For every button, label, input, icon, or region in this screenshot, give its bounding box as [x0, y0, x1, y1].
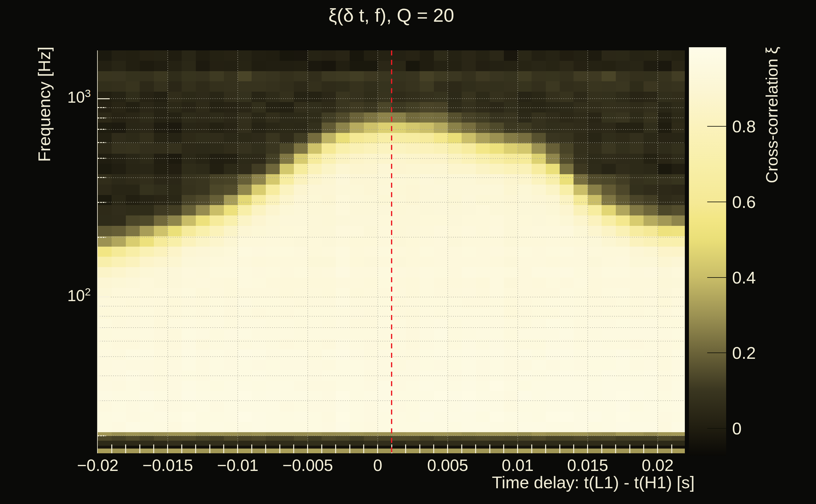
x-tick: [503, 444, 504, 453]
y-minor-tick: [98, 356, 106, 357]
x-tick-label: 0.015: [567, 456, 608, 475]
x-tick: [545, 444, 546, 453]
colorbar-tick: [707, 352, 726, 353]
chart-title: ξ(δ t, f), Q = 20: [329, 4, 454, 26]
x-tick: [210, 444, 210, 453]
y-minor-tick: [98, 177, 106, 178]
x-tick: [153, 444, 154, 453]
x-tick: [419, 444, 420, 453]
x-tick-label: 0.005: [427, 456, 468, 475]
figure: ξ(δ t, f), Q = 20 Frequency [Hz] Time de…: [0, 0, 816, 504]
y-minor-tick: [98, 202, 106, 203]
x-tick: [531, 444, 532, 453]
x-tick: [573, 444, 574, 453]
colorbar-label: Cross-correlation ξ: [762, 20, 781, 209]
x-tick: [279, 444, 280, 453]
x-tick: [195, 444, 196, 453]
colorbar: [689, 47, 726, 456]
colorbar-tick-label: 0: [732, 419, 742, 438]
x-tick: [517, 444, 518, 453]
y-minor-tick: [98, 142, 106, 143]
v-gridline: [238, 50, 238, 453]
colorbar-tick-label: 0.8: [732, 117, 756, 136]
x-tick: [181, 444, 182, 453]
colorbar-tick-label: 0.4: [732, 268, 756, 287]
x-tick: [615, 444, 616, 453]
y-tick-label-base: 10: [67, 287, 85, 305]
v-gridline: [587, 50, 588, 453]
x-tick: [265, 444, 266, 453]
x-tick: [559, 444, 560, 453]
v-gridline: [447, 50, 448, 453]
x-tick: [335, 444, 336, 453]
v-gridline: [377, 50, 378, 453]
x-tick: [461, 444, 462, 453]
y-tick-label: 103: [43, 87, 91, 106]
plot-area: [98, 50, 685, 453]
y-minor-tick: [98, 400, 106, 401]
y-tick-label: 102: [43, 286, 91, 305]
colorbar-tick: [707, 202, 726, 202]
y-minor-tick: [98, 237, 106, 238]
x-tick-label: 0: [373, 456, 382, 475]
x-tick: [587, 444, 588, 453]
x-tick: [307, 444, 308, 453]
y-minor-tick: [98, 107, 106, 108]
x-tick-label: −0.01: [217, 456, 259, 475]
y-minor-tick: [98, 117, 106, 118]
y-minor-tick: [98, 341, 106, 341]
x-tick: [293, 444, 294, 453]
x-tick: [643, 444, 644, 453]
colorbar-tick: [707, 428, 726, 429]
v-gridline: [658, 50, 658, 453]
v-gridline: [517, 50, 518, 453]
x-tick-label: 0.02: [642, 456, 674, 475]
x-tick: [447, 444, 448, 453]
x-tick: [657, 444, 658, 453]
x-tick: [167, 444, 168, 453]
x-tick: [601, 444, 602, 453]
colorbar-tick: [707, 126, 726, 127]
y-major-tick: [98, 296, 110, 297]
x-tick: [223, 444, 224, 453]
x-tick: [433, 444, 434, 453]
y-major-tick: [98, 98, 110, 99]
y-tick-label-base: 10: [67, 89, 85, 106]
v-gridline: [308, 50, 308, 453]
x-tick: [139, 444, 140, 453]
x-tick: [377, 444, 378, 453]
time-delay-marker-line: [391, 50, 392, 453]
x-tick-label: 0.01: [502, 456, 533, 475]
x-tick: [671, 444, 672, 453]
x-tick-label: −0.005: [283, 456, 333, 475]
x-tick: [475, 444, 476, 453]
y-axis-spine: [97, 50, 98, 453]
x-axis-label: Time delay: t(L1) - t(H1) [s]: [492, 473, 687, 492]
x-tick: [125, 444, 126, 453]
x-tick: [321, 444, 322, 453]
x-tick-label: −0.02: [77, 456, 118, 475]
x-tick: [111, 444, 112, 453]
colorbar-tick-label: 0.2: [732, 343, 756, 363]
x-tick-label: −0.015: [142, 456, 193, 475]
y-tick-label-exponent: 3: [85, 87, 91, 99]
colorbar-tick-label: 0.6: [732, 192, 756, 212]
colorbar-tick: [707, 277, 726, 278]
y-minor-tick: [98, 306, 106, 306]
y-minor-tick: [98, 327, 106, 328]
x-tick: [251, 444, 252, 453]
y-minor-tick: [98, 435, 106, 436]
y-tick-label-exponent: 2: [85, 286, 91, 298]
y-minor-tick: [98, 129, 106, 130]
x-tick: [349, 444, 350, 453]
x-tick: [237, 444, 238, 453]
x-tick: [489, 444, 490, 453]
x-tick: [363, 444, 364, 453]
y-minor-tick: [98, 375, 106, 376]
y-minor-tick: [98, 158, 106, 159]
y-minor-tick: [98, 316, 106, 317]
x-tick: [629, 444, 630, 453]
v-gridline: [167, 50, 168, 453]
x-tick: [405, 444, 406, 453]
